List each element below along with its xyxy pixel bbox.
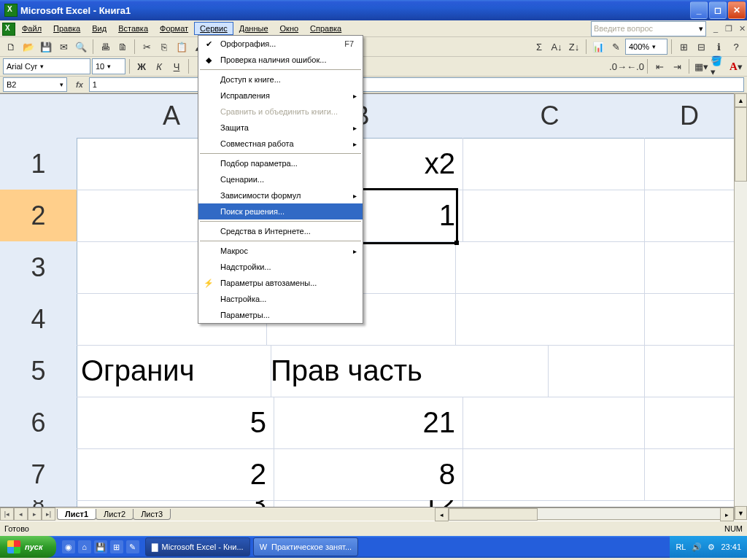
scroll-up-button[interactable]: ▲ bbox=[735, 93, 747, 107]
drawing-icon[interactable]: ✎ bbox=[608, 39, 624, 55]
tray-icon-1[interactable]: 🔊 bbox=[692, 542, 702, 552]
cell-a6[interactable]: 5 bbox=[77, 397, 274, 449]
system-tray[interactable]: RL 🔊 ⚙ 23:41 bbox=[670, 536, 747, 558]
doc-minimize-button[interactable]: _ bbox=[711, 23, 721, 34]
cell-d3[interactable] bbox=[644, 241, 735, 294]
menu-protection[interactable]: Защита bbox=[198, 120, 363, 136]
sort-desc-icon[interactable]: Z↓ bbox=[566, 39, 582, 55]
cell-d1[interactable] bbox=[644, 138, 735, 190]
sheet-tab-1[interactable]: Лист1 bbox=[57, 509, 96, 520]
fx-icon[interactable]: fx bbox=[76, 80, 83, 89]
doc-sys-icon[interactable] bbox=[2, 23, 15, 36]
row-header-7[interactable]: 7 bbox=[0, 448, 77, 501]
row-header-6[interactable]: 6 bbox=[0, 397, 77, 449]
indent-dec-icon[interactable]: ⇤ bbox=[651, 58, 667, 74]
cell-c6[interactable] bbox=[455, 397, 645, 449]
cell-d5[interactable] bbox=[644, 345, 735, 397]
row-header-2[interactable]: 2 bbox=[0, 190, 77, 242]
menu-addins[interactable]: Надстройки... bbox=[198, 259, 363, 275]
col-header-d[interactable]: D bbox=[644, 94, 735, 139]
cell-c1[interactable] bbox=[455, 138, 645, 190]
new-icon[interactable]: 🗋 bbox=[3, 39, 19, 55]
scroll-left-button[interactable]: ◂ bbox=[435, 508, 449, 521]
paste-icon[interactable]: 📋 bbox=[174, 39, 190, 55]
cell-a7[interactable]: 2 bbox=[77, 448, 274, 501]
bold-icon[interactable]: Ж bbox=[133, 58, 150, 74]
cell-d7[interactable] bbox=[644, 448, 735, 501]
save-icon[interactable]: 💾 bbox=[38, 39, 54, 55]
worksheet-grid[interactable]: A B C D 1 2 3 4 5 6 7 8 x2 1 Огранич Пра… bbox=[0, 93, 747, 507]
menu-edit[interactable]: Правка bbox=[47, 22, 86, 35]
menu-solver[interactable]: Поиск решения... bbox=[198, 203, 363, 219]
cell-b5[interactable]: Прав часть bbox=[266, 345, 549, 397]
font-size-box[interactable]: 10▾ bbox=[92, 58, 125, 74]
menu-spelling[interactable]: ✔Орфография... bbox=[198, 36, 363, 52]
scroll-down-button[interactable]: ▼ bbox=[735, 506, 747, 520]
autosum-icon[interactable]: Σ bbox=[531, 39, 547, 55]
ql-icon-2[interactable]: ⌂ bbox=[78, 540, 91, 553]
print-icon[interactable]: 🖶 bbox=[97, 39, 113, 55]
tab-nav-next[interactable]: ▸ bbox=[28, 508, 42, 521]
name-box[interactable]: B2▾ bbox=[3, 77, 67, 92]
toolbar-icon-c[interactable]: ℹ bbox=[711, 39, 727, 55]
cell-b6[interactable]: 21 bbox=[266, 397, 463, 449]
menu-view[interactable]: Вид bbox=[86, 22, 112, 35]
zoom-box[interactable]: 400%▾ bbox=[625, 39, 667, 55]
tray-icon-2[interactable]: ⚙ bbox=[708, 542, 715, 552]
select-all-corner[interactable] bbox=[0, 94, 77, 139]
menu-format[interactable]: Формат bbox=[154, 22, 194, 35]
borders-icon[interactable]: ▦▾ bbox=[693, 58, 709, 74]
doc-close-button[interactable]: ✕ bbox=[737, 23, 747, 34]
menu-help[interactable]: Справка bbox=[304, 22, 347, 35]
italic-icon[interactable]: К bbox=[151, 58, 167, 74]
maximize-button[interactable]: ◻ bbox=[709, 1, 727, 19]
toolbar-icon-b[interactable]: ⊟ bbox=[693, 39, 709, 55]
cell-c2[interactable] bbox=[455, 190, 645, 242]
row-header-3[interactable]: 3 bbox=[0, 241, 77, 294]
ql-icon-4[interactable]: ⊞ bbox=[110, 540, 123, 553]
decimal-dec-icon[interactable]: ←.0 bbox=[627, 58, 643, 74]
font-color-icon[interactable]: A▾ bbox=[728, 58, 744, 74]
menu-error-check[interactable]: ◆Проверка наличия ошибок... bbox=[198, 52, 363, 68]
minimize-button[interactable]: _ bbox=[690, 1, 708, 19]
decimal-inc-icon[interactable]: .0→ bbox=[610, 58, 626, 74]
row-header-5[interactable]: 5 bbox=[0, 345, 77, 397]
menu-goal-seek[interactable]: Подбор параметра... bbox=[198, 155, 363, 171]
formula-input[interactable]: 1 bbox=[89, 77, 744, 92]
cell-c4[interactable] bbox=[455, 293, 645, 346]
row-header-1[interactable]: 1 bbox=[0, 138, 77, 190]
row-header-4[interactable]: 4 bbox=[0, 293, 77, 346]
cell-c7[interactable] bbox=[455, 448, 645, 501]
lang-indicator[interactable]: RL bbox=[676, 542, 686, 551]
tab-nav-last[interactable]: ▸| bbox=[42, 508, 55, 521]
vertical-scrollbar[interactable]: ▲ ▼ bbox=[734, 93, 747, 520]
menu-formula-auditing[interactable]: Зависимости формул bbox=[198, 187, 363, 203]
underline-icon[interactable]: Ч bbox=[169, 58, 185, 74]
menu-autocorrect[interactable]: ⚡Параметры автозамены... bbox=[198, 275, 363, 291]
menu-customize[interactable]: Настройка... bbox=[198, 291, 363, 307]
scroll-right-button[interactable]: ▸ bbox=[720, 508, 734, 521]
font-name-box[interactable]: Arial Cyr▾ bbox=[3, 58, 90, 74]
menu-file[interactable]: Файл bbox=[16, 22, 47, 35]
copy-icon[interactable]: ⎘ bbox=[156, 39, 172, 55]
col-header-c[interactable]: C bbox=[455, 94, 645, 139]
menu-scenarios[interactable]: Сценарии... bbox=[198, 171, 363, 187]
clock[interactable]: 23:41 bbox=[721, 542, 741, 551]
sheet-tab-2[interactable]: Лист2 bbox=[96, 509, 133, 520]
fill-color-icon[interactable]: 🪣▾ bbox=[711, 58, 727, 74]
menu-tools[interactable]: Сервис bbox=[194, 22, 233, 35]
scroll-thumb-v[interactable] bbox=[735, 107, 747, 182]
tab-nav-prev[interactable]: ◂ bbox=[14, 508, 28, 521]
menu-web-tools[interactable]: Средства в Интернете... bbox=[198, 223, 363, 239]
cell-b7[interactable]: 8 bbox=[266, 448, 463, 501]
search-icon[interactable]: 🔍 bbox=[73, 39, 89, 55]
chart-icon[interactable]: 📊 bbox=[590, 39, 606, 55]
tab-nav-first[interactable]: |◂ bbox=[0, 508, 14, 521]
taskbar-item-word[interactable]: W Практическое занят... bbox=[253, 537, 358, 556]
menu-share-workbook[interactable]: Доступ к книге... bbox=[198, 71, 363, 88]
cell-d6[interactable] bbox=[644, 397, 735, 449]
menu-insert[interactable]: Вставка bbox=[112, 22, 154, 35]
taskbar-item-excel[interactable]: ▇ Microsoft Excel - Кни... bbox=[145, 537, 250, 556]
cell-d2[interactable] bbox=[644, 190, 735, 242]
horizontal-scrollbar[interactable]: ◂ ▸ bbox=[435, 508, 734, 520]
